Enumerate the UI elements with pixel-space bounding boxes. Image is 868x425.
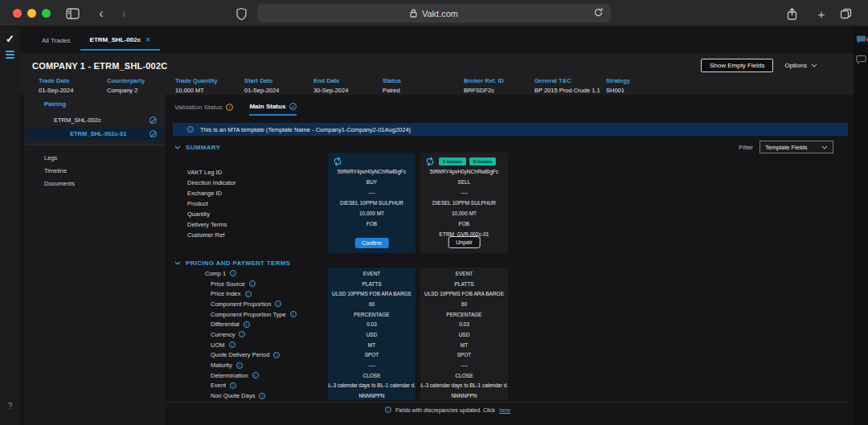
field-value: BL-3 calendar days to BL-1 calendar d... <box>420 381 508 391</box>
app-tab[interactable]: All Trades <box>32 31 80 51</box>
discrepancies-here-link[interactable]: here <box>499 407 510 413</box>
field-value: CLOSE <box>420 370 508 381</box>
info-icon[interactable]: i <box>245 291 252 297</box>
field-value: 10,000 MT <box>328 208 416 219</box>
field-value: USD <box>420 329 508 340</box>
info-icon[interactable]: i <box>239 331 245 337</box>
left-rail: ✓ ? <box>0 27 20 425</box>
forward-button[interactable]: › <box>116 6 132 22</box>
summary-section-header[interactable]: SUMMARY <box>174 144 220 151</box>
trade-summary-label: Counterparty <box>107 77 175 84</box>
tab-overview-icon[interactable] <box>837 6 854 22</box>
share-icon[interactable] <box>784 6 800 22</box>
info-icon[interactable]: i <box>236 362 243 369</box>
info-icon[interactable]: i <box>275 300 281 307</box>
new-tab-button[interactable]: + <box>813 6 829 22</box>
show-empty-fields-button[interactable]: Show Empty Fields <box>701 59 773 72</box>
field-label: Exchange ID <box>187 190 222 197</box>
app-tab[interactable]: ETRM_SHL-002c × <box>80 31 160 51</box>
chat-icon[interactable] <box>856 53 866 67</box>
field-value: DIESEL 10PPM SULPHUR <box>328 198 416 208</box>
trade-summary-value: BP 2015 Prod Crude 1.1 <box>534 87 606 94</box>
mta-template-banner: i This is an MTA template (Template Name… <box>173 123 848 136</box>
info-icon[interactable]: i <box>249 280 256 287</box>
trade-summary-field: End Date 30-Sep-2024 <box>313 77 383 94</box>
field-label-row: Currency i <box>205 329 297 340</box>
unpair-button[interactable]: Unpair <box>448 236 481 248</box>
sidebar-nav-label: Timeline <box>44 167 67 174</box>
chevron-down-icon <box>174 261 181 265</box>
pairing-section-title: Pairing <box>44 100 165 108</box>
trade-summary-field: General T&C BP 2015 Prod Crude 1.1 <box>534 77 606 94</box>
confirm-button[interactable]: Confirm <box>354 238 389 248</box>
tab-main-status[interactable]: Main Status ✓ <box>249 103 297 116</box>
field-value: ULSD 10PPMS FOB ARA BARGE <box>420 288 508 299</box>
trade-summary-label: Strategy <box>606 77 630 84</box>
trade-summary-label: End Date <box>313 77 383 84</box>
reload-icon[interactable] <box>592 6 604 22</box>
field-label-row: UOM i <box>205 340 297 350</box>
chat-notification-icon[interactable] <box>856 33 866 47</box>
tab-close-icon[interactable]: × <box>145 35 150 44</box>
field-label-row: Comp 1 i <box>205 268 297 279</box>
field-label-row: Event i <box>205 381 297 391</box>
info-icon[interactable]: i <box>229 341 235 348</box>
tab-validation-status[interactable]: Validation Status ! <box>174 103 233 116</box>
pairing-list: ETRM_SHL-002c ETRM_SHL-002c-01 <box>24 113 165 141</box>
sidebar-nav-label: Documents <box>44 180 75 187</box>
info-icon[interactable]: i <box>244 321 250 328</box>
sidebar-item-pairing-leg[interactable]: ETRM_SHL-002c-01 <box>26 127 163 141</box>
field-value: MT <box>328 340 416 350</box>
address-bar[interactable]: Vakt.com <box>257 4 611 22</box>
sidebar-item-pairing-leg[interactable]: ETRM_SHL-002c <box>26 113 163 127</box>
unpair-status-icon <box>149 116 157 124</box>
right-rail <box>854 27 868 425</box>
shield-icon[interactable] <box>233 6 249 22</box>
info-icon[interactable]: i <box>290 311 297 317</box>
info-icon[interactable]: i <box>230 270 236 276</box>
sidebar-nav-item[interactable]: Legs <box>24 151 165 164</box>
info-icon[interactable]: i <box>273 352 280 358</box>
info-icon[interactable]: i <box>230 382 236 389</box>
field-label-row: Determination i <box>205 370 297 381</box>
field-value: DIESEL 10PPM SULPHUR <box>420 198 508 208</box>
app-tab-label: All Trades <box>42 37 71 44</box>
sidebar-nav-item[interactable]: Documents <box>24 177 165 190</box>
trade-summary-value: SH001 <box>606 87 630 94</box>
sidebar-nav-item[interactable]: Timeline <box>24 164 165 177</box>
field-value: BUY <box>328 177 416 187</box>
content: Validation Status ! Main Status ✓ i This… <box>165 95 854 425</box>
back-button[interactable]: ‹ <box>93 6 109 22</box>
field-label: Direction Indicator <box>187 179 235 186</box>
app-tab-bar: All Trades ETRM_SHL-002c × <box>32 31 160 51</box>
field-label: Determination <box>211 372 248 379</box>
info-icon: i <box>187 126 194 133</box>
sidebar-toggle-icon[interactable] <box>64 6 80 22</box>
zoom-window-button[interactable] <box>42 9 51 18</box>
app-main: All Trades ETRM_SHL-002c × COMPANY 1 - E… <box>20 27 854 425</box>
filter-select[interactable]: Template Fields <box>760 141 833 153</box>
field-label: Component Proportion <box>211 300 271 308</box>
screen: ‹ › Vakt.com + ✓ ? <box>0 0 868 425</box>
help-icon[interactable]: ? <box>0 402 20 411</box>
field-label-row: Quantity <box>187 209 235 219</box>
close-window-button[interactable] <box>13 9 22 18</box>
field-label-row: Price Index i <box>205 288 297 299</box>
field-value: SPOT <box>328 350 416 361</box>
url-text: Vakt.com <box>422 9 458 18</box>
pricing-section-header[interactable]: PRICING AND PAYMENT TERMS <box>174 259 290 267</box>
pairing-box: Pairing ETRM_SHL-002c ETRM_SHL-002c-01 <box>24 95 165 145</box>
menu-icon[interactable] <box>6 51 14 60</box>
trade-summary-value: BRFSDF2c <box>464 87 534 94</box>
trade-summary-row: Trade Date 01-Sep-2024 Counterparty Comp… <box>32 77 841 94</box>
pairing-leg-label: ETRM_SHL-002c-01 <box>70 130 126 137</box>
field-label: Non Quote Days <box>211 392 255 399</box>
field-value: 60 <box>420 299 508 309</box>
field-value: 0.03 <box>328 319 416 329</box>
pricing-card-values: EVENTPLATTSULSD 10PPMS FOB ARA BARGE60PE… <box>420 268 508 400</box>
info-icon[interactable]: i <box>259 393 265 399</box>
options-dropdown[interactable]: Options <box>784 62 817 69</box>
info-icon[interactable]: i <box>252 372 259 378</box>
minimize-window-button[interactable] <box>27 9 36 18</box>
trade-summary-label: Trade Quantity <box>175 77 244 84</box>
